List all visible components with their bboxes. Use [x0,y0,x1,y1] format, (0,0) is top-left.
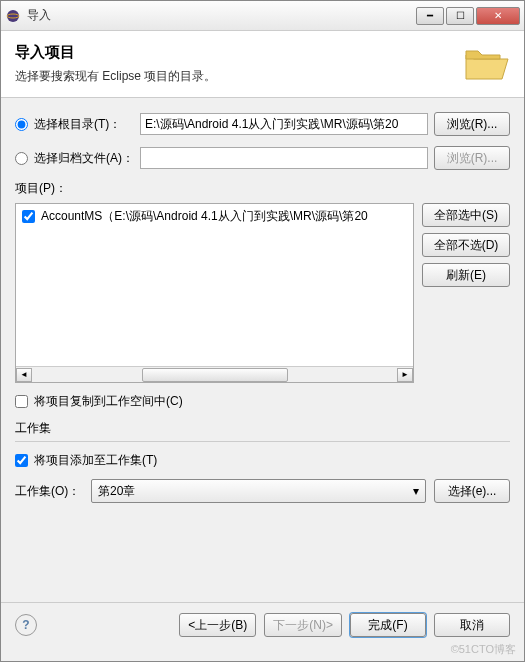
deselect-all-button[interactable]: 全部不选(D) [422,233,510,257]
minimize-button[interactable]: ━ [416,7,444,25]
page-subtitle: 选择要搜索现有 Eclipse 项目的目录。 [15,68,462,85]
add-to-workingset-label: 将项目添加至工作集(T) [34,452,157,469]
divider [15,441,510,442]
dialog-footer: ? <上一步(B) 下一步(N)> 完成(F) 取消 [1,602,524,661]
eclipse-icon [5,8,21,24]
copy-to-workspace-label: 将项目复制到工作空间中(C) [34,393,183,410]
workingset-selected: 第20章 [98,483,135,500]
list-item[interactable]: AccountMS（E:\源码\Android 4.1从入门到实践\MR\源码\… [16,204,413,229]
working-sets-heading: 工作集 [15,420,510,437]
cancel-button[interactable]: 取消 [434,613,510,637]
finish-button[interactable]: 完成(F) [350,613,426,637]
root-dir-label: 选择根目录(T)： [34,116,134,133]
select-workingset-button[interactable]: 选择(e)... [434,479,510,503]
window-title: 导入 [27,7,416,24]
svg-point-0 [7,10,19,22]
browse-root-button[interactable]: 浏览(R)... [434,112,510,136]
title-bar[interactable]: 导入 ━ ☐ ✕ [1,1,524,31]
refresh-button[interactable]: 刷新(E) [422,263,510,287]
folder-open-icon [462,43,510,85]
scroll-thumb[interactable] [142,368,288,382]
projects-label: 项目(P)： [15,180,510,197]
next-button: 下一步(N)> [264,613,342,637]
project-checkbox[interactable] [22,210,35,223]
root-dir-input[interactable] [140,113,428,135]
horizontal-scrollbar[interactable]: ◄ ► [16,366,413,382]
select-all-button[interactable]: 全部选中(S) [422,203,510,227]
archive-label: 选择归档文件(A)： [34,150,134,167]
workingset-select[interactable]: 第20章 ▾ [91,479,426,503]
browse-archive-button: 浏览(R)... [434,146,510,170]
archive-radio[interactable] [15,152,28,165]
scroll-right-icon[interactable]: ► [397,368,413,382]
dialog-window: 导入 ━ ☐ ✕ 导入项目 选择要搜索现有 Eclipse 项目的目录。 选择根… [0,0,525,662]
close-button[interactable]: ✕ [476,7,520,25]
back-button[interactable]: <上一步(B) [179,613,256,637]
chevron-down-icon: ▾ [413,484,419,498]
dialog-header: 导入项目 选择要搜索现有 Eclipse 项目的目录。 [1,31,524,98]
page-title: 导入项目 [15,43,462,62]
root-dir-radio[interactable] [15,118,28,131]
projects-list[interactable]: AccountMS（E:\源码\Android 4.1从入门到实践\MR\源码\… [15,203,414,383]
copy-to-workspace-checkbox[interactable] [15,395,28,408]
add-to-workingset-checkbox[interactable] [15,454,28,467]
archive-input[interactable] [140,147,428,169]
help-icon[interactable]: ? [15,614,37,636]
project-label: AccountMS（E:\源码\Android 4.1从入门到实践\MR\源码\… [41,208,368,225]
watermark: ©51CTO博客 [451,642,516,657]
scroll-left-icon[interactable]: ◄ [16,368,32,382]
maximize-button[interactable]: ☐ [446,7,474,25]
workingset-label: 工作集(O)： [15,483,83,500]
